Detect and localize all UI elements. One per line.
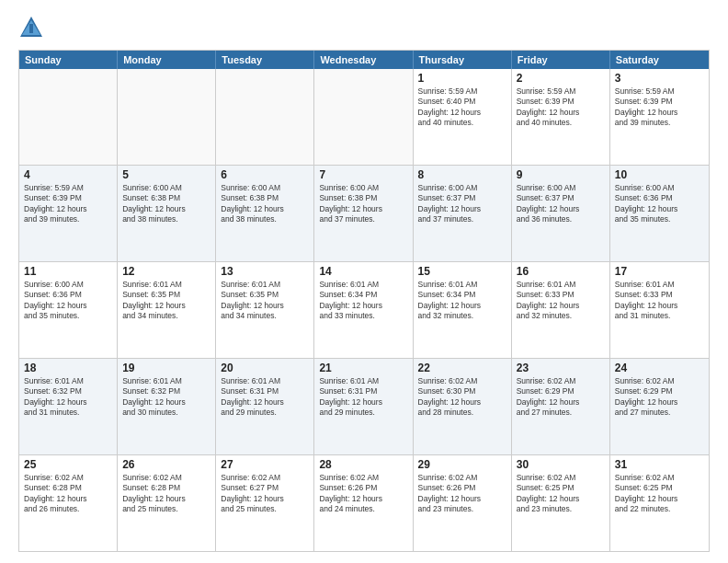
day-number: 10 bbox=[615, 168, 704, 181]
calendar-cell: 5Sunrise: 6:00 AM Sunset: 6:38 PM Daylig… bbox=[118, 166, 216, 261]
day-number: 12 bbox=[122, 265, 210, 278]
cell-info: Sunrise: 6:00 AM Sunset: 6:37 PM Dayligh… bbox=[418, 183, 506, 225]
cell-info: Sunrise: 6:02 AM Sunset: 6:28 PM Dayligh… bbox=[24, 473, 112, 515]
logo-icon bbox=[18, 15, 44, 40]
calendar-cell: 25Sunrise: 6:02 AM Sunset: 6:28 PM Dayli… bbox=[19, 455, 118, 551]
calendar-cell: 11Sunrise: 6:00 AM Sunset: 6:36 PM Dayli… bbox=[19, 262, 118, 358]
weekday-header-sunday: Sunday bbox=[19, 51, 118, 69]
cell-info: Sunrise: 6:02 AM Sunset: 6:25 PM Dayligh… bbox=[615, 473, 704, 515]
day-number: 26 bbox=[122, 458, 210, 471]
day-number: 21 bbox=[319, 362, 407, 374]
calendar-cell: 28Sunrise: 6:02 AM Sunset: 6:26 PM Dayli… bbox=[314, 455, 413, 551]
logo bbox=[18, 15, 48, 40]
calendar-cell: 23Sunrise: 6:02 AM Sunset: 6:29 PM Dayli… bbox=[512, 359, 610, 454]
calendar-cell: 3Sunrise: 5:59 AM Sunset: 6:39 PM Daylig… bbox=[610, 69, 709, 165]
calendar-row-5: 25Sunrise: 6:02 AM Sunset: 6:28 PM Dayli… bbox=[19, 454, 709, 551]
calendar-cell: 13Sunrise: 6:01 AM Sunset: 6:35 PM Dayli… bbox=[216, 262, 314, 358]
svg-rect-2 bbox=[29, 24, 33, 33]
cell-info: Sunrise: 6:00 AM Sunset: 6:38 PM Dayligh… bbox=[319, 183, 407, 225]
day-number: 28 bbox=[319, 458, 407, 471]
day-number: 5 bbox=[122, 168, 210, 181]
calendar-cell: 7Sunrise: 6:00 AM Sunset: 6:38 PM Daylig… bbox=[314, 166, 413, 261]
calendar-cell: 2Sunrise: 5:59 AM Sunset: 6:39 PM Daylig… bbox=[512, 69, 610, 165]
day-number: 7 bbox=[319, 168, 407, 181]
calendar-cell: 16Sunrise: 6:01 AM Sunset: 6:33 PM Dayli… bbox=[512, 262, 610, 358]
cell-info: Sunrise: 6:02 AM Sunset: 6:26 PM Dayligh… bbox=[418, 473, 506, 515]
cell-info: Sunrise: 6:01 AM Sunset: 6:35 PM Dayligh… bbox=[221, 280, 309, 322]
day-number: 16 bbox=[517, 265, 605, 278]
calendar-cell: 21Sunrise: 6:01 AM Sunset: 6:31 PM Dayli… bbox=[314, 359, 413, 454]
day-number: 19 bbox=[122, 362, 210, 374]
cell-info: Sunrise: 6:02 AM Sunset: 6:30 PM Dayligh… bbox=[418, 376, 506, 419]
day-number: 27 bbox=[221, 458, 309, 471]
cell-info: Sunrise: 6:01 AM Sunset: 6:35 PM Dayligh… bbox=[122, 280, 210, 322]
calendar-cell bbox=[216, 69, 314, 165]
cell-info: Sunrise: 5:59 AM Sunset: 6:40 PM Dayligh… bbox=[418, 86, 506, 129]
cell-info: Sunrise: 6:02 AM Sunset: 6:26 PM Dayligh… bbox=[319, 473, 407, 515]
calendar-cell: 27Sunrise: 6:02 AM Sunset: 6:27 PM Dayli… bbox=[216, 455, 314, 551]
day-number: 15 bbox=[418, 265, 506, 278]
calendar: SundayMondayTuesdayWednesdayThursdayFrid… bbox=[18, 50, 710, 552]
day-number: 2 bbox=[517, 72, 605, 85]
cell-info: Sunrise: 6:01 AM Sunset: 6:34 PM Dayligh… bbox=[418, 280, 506, 322]
cell-info: Sunrise: 6:01 AM Sunset: 6:34 PM Dayligh… bbox=[319, 280, 407, 322]
day-number: 24 bbox=[615, 362, 704, 374]
calendar-cell: 26Sunrise: 6:02 AM Sunset: 6:28 PM Dayli… bbox=[118, 455, 216, 551]
cell-info: Sunrise: 6:01 AM Sunset: 6:31 PM Dayligh… bbox=[221, 376, 309, 419]
cell-info: Sunrise: 6:00 AM Sunset: 6:38 PM Dayligh… bbox=[221, 183, 309, 225]
day-number: 9 bbox=[517, 168, 605, 181]
weekday-header-tuesday: Tuesday bbox=[216, 51, 314, 69]
calendar-row-4: 18Sunrise: 6:01 AM Sunset: 6:32 PM Dayli… bbox=[19, 358, 709, 454]
calendar-body: 1Sunrise: 5:59 AM Sunset: 6:40 PM Daylig… bbox=[19, 69, 709, 551]
page: SundayMondayTuesdayWednesdayThursdayFrid… bbox=[0, 0, 728, 563]
cell-info: Sunrise: 6:02 AM Sunset: 6:27 PM Dayligh… bbox=[221, 473, 309, 515]
day-number: 23 bbox=[517, 362, 605, 374]
calendar-cell: 30Sunrise: 6:02 AM Sunset: 6:25 PM Dayli… bbox=[512, 455, 610, 551]
calendar-cell: 29Sunrise: 6:02 AM Sunset: 6:26 PM Dayli… bbox=[414, 455, 512, 551]
cell-info: Sunrise: 6:01 AM Sunset: 6:33 PM Dayligh… bbox=[615, 280, 704, 322]
cell-info: Sunrise: 6:02 AM Sunset: 6:25 PM Dayligh… bbox=[517, 473, 605, 515]
calendar-cell: 31Sunrise: 6:02 AM Sunset: 6:25 PM Dayli… bbox=[610, 455, 709, 551]
calendar-cell: 19Sunrise: 6:01 AM Sunset: 6:32 PM Dayli… bbox=[118, 359, 216, 454]
calendar-cell: 9Sunrise: 6:00 AM Sunset: 6:37 PM Daylig… bbox=[512, 166, 610, 261]
calendar-cell bbox=[19, 69, 118, 165]
calendar-cell: 1Sunrise: 5:59 AM Sunset: 6:40 PM Daylig… bbox=[414, 69, 512, 165]
day-number: 3 bbox=[615, 72, 704, 85]
calendar-cell: 24Sunrise: 6:02 AM Sunset: 6:29 PM Dayli… bbox=[610, 359, 709, 454]
calendar-cell: 15Sunrise: 6:01 AM Sunset: 6:34 PM Dayli… bbox=[414, 262, 512, 358]
cell-info: Sunrise: 6:01 AM Sunset: 6:32 PM Dayligh… bbox=[122, 376, 210, 419]
weekday-header-saturday: Saturday bbox=[610, 51, 709, 69]
calendar-cell: 10Sunrise: 6:00 AM Sunset: 6:36 PM Dayli… bbox=[610, 166, 709, 261]
cell-info: Sunrise: 6:00 AM Sunset: 6:36 PM Dayligh… bbox=[615, 183, 704, 225]
calendar-cell: 8Sunrise: 6:00 AM Sunset: 6:37 PM Daylig… bbox=[414, 166, 512, 261]
cell-info: Sunrise: 6:02 AM Sunset: 6:29 PM Dayligh… bbox=[615, 376, 704, 419]
cell-info: Sunrise: 6:02 AM Sunset: 6:28 PM Dayligh… bbox=[122, 473, 210, 515]
day-number: 11 bbox=[24, 265, 112, 278]
day-number: 20 bbox=[221, 362, 309, 374]
calendar-cell: 17Sunrise: 6:01 AM Sunset: 6:33 PM Dayli… bbox=[610, 262, 709, 358]
weekday-header-wednesday: Wednesday bbox=[314, 51, 413, 69]
calendar-row-2: 4Sunrise: 5:59 AM Sunset: 6:39 PM Daylig… bbox=[19, 165, 709, 261]
cell-info: Sunrise: 6:02 AM Sunset: 6:29 PM Dayligh… bbox=[517, 376, 605, 419]
cell-info: Sunrise: 5:59 AM Sunset: 6:39 PM Dayligh… bbox=[517, 86, 605, 129]
header bbox=[18, 15, 710, 40]
weekday-header-friday: Friday bbox=[512, 51, 610, 69]
day-number: 1 bbox=[418, 72, 506, 85]
day-number: 22 bbox=[418, 362, 506, 374]
calendar-row-1: 1Sunrise: 5:59 AM Sunset: 6:40 PM Daylig… bbox=[19, 69, 709, 165]
cell-info: Sunrise: 6:01 AM Sunset: 6:33 PM Dayligh… bbox=[517, 280, 605, 322]
weekday-header-thursday: Thursday bbox=[414, 51, 512, 69]
calendar-header: SundayMondayTuesdayWednesdayThursdayFrid… bbox=[19, 51, 709, 69]
calendar-cell: 18Sunrise: 6:01 AM Sunset: 6:32 PM Dayli… bbox=[19, 359, 118, 454]
calendar-cell bbox=[118, 69, 216, 165]
calendar-row-3: 11Sunrise: 6:00 AM Sunset: 6:36 PM Dayli… bbox=[19, 261, 709, 358]
day-number: 17 bbox=[615, 265, 704, 278]
day-number: 8 bbox=[418, 168, 506, 181]
calendar-cell: 4Sunrise: 5:59 AM Sunset: 6:39 PM Daylig… bbox=[19, 166, 118, 261]
calendar-cell: 22Sunrise: 6:02 AM Sunset: 6:30 PM Dayli… bbox=[414, 359, 512, 454]
day-number: 6 bbox=[221, 168, 309, 181]
day-number: 4 bbox=[24, 168, 112, 181]
calendar-cell: 12Sunrise: 6:01 AM Sunset: 6:35 PM Dayli… bbox=[118, 262, 216, 358]
calendar-cell: 14Sunrise: 6:01 AM Sunset: 6:34 PM Dayli… bbox=[314, 262, 413, 358]
weekday-header-monday: Monday bbox=[118, 51, 216, 69]
